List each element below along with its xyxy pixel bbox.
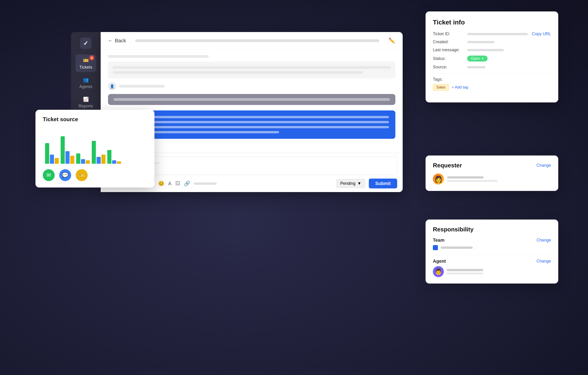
- edit-icon[interactable]: ✏️: [388, 38, 395, 44]
- chart-area: [45, 127, 121, 164]
- agents-label: Agents: [79, 84, 92, 89]
- sidebar-item-tickets[interactable]: 4 🎫 Tickets: [75, 54, 96, 72]
- copy-url-button[interactable]: Copy URL: [532, 31, 551, 36]
- last-message-label: Last message:: [433, 48, 465, 52]
- agent-section-header: Agent Change: [433, 259, 551, 264]
- message-avatar: 👤: [108, 82, 116, 90]
- back-label: Back: [115, 38, 126, 44]
- last-message-value: [467, 49, 504, 51]
- chart-panel: Ticket source: [35, 110, 154, 187]
- agents-icon: 👥: [82, 76, 89, 83]
- main-header: ← Back ✏️: [101, 32, 403, 50]
- requester-name: [447, 176, 484, 179]
- tags-label: Tags:: [433, 77, 551, 82]
- bar-4-green: [92, 141, 96, 164]
- last-message-row: Last message:: [433, 48, 551, 52]
- reports-icon: 📈: [82, 96, 89, 103]
- requester-user-row: 👩: [433, 173, 551, 184]
- status-dropdown[interactable]: Pending ▼: [336, 179, 365, 188]
- submit-button[interactable]: Submit: [369, 179, 397, 188]
- tags-row: Sales + Add tag: [433, 84, 551, 91]
- source-row: Source:: [433, 65, 551, 70]
- message-header: 👤: [108, 82, 395, 90]
- team-section-header: Team Change: [433, 238, 551, 243]
- requester-title: Requester: [433, 162, 462, 169]
- status-chevron-icon: ▼: [481, 57, 484, 60]
- bar-group-3: [76, 153, 90, 164]
- bar-2-yellow: [70, 156, 74, 164]
- ticket-info-panel: Ticket info Ticket ID: Copy URL Created:…: [426, 11, 558, 102]
- back-button[interactable]: ← Back: [108, 38, 126, 44]
- sidebar-item-agents[interactable]: 👥 Agents: [75, 74, 96, 91]
- sender-line: [119, 85, 165, 88]
- status-badge[interactable]: Open ▼: [467, 56, 488, 61]
- emoji-icon[interactable]: 😊: [158, 181, 164, 187]
- requester-info: [447, 176, 497, 182]
- created-label: Created:: [433, 40, 465, 44]
- legend-email-icon[interactable]: ✉: [43, 169, 55, 181]
- logo-icon: ✓: [83, 40, 88, 47]
- tickets-label: Tickets: [79, 65, 92, 70]
- font-icon[interactable]: A: [168, 181, 172, 187]
- content-block: [108, 61, 395, 78]
- gray-msg-line-1: [114, 98, 390, 101]
- reports-label: Reports: [78, 104, 93, 109]
- blue-msg-line-2: [114, 121, 389, 123]
- team-row: Team Change: [433, 238, 551, 250]
- agent-label: Agent: [433, 259, 446, 264]
- bar-group-5: [107, 150, 121, 164]
- image-icon[interactable]: 🖼: [175, 181, 180, 187]
- bar-group-1: [45, 143, 59, 164]
- agent-email: [447, 273, 483, 274]
- bar-3-blue: [81, 159, 85, 164]
- bar-2-green: [61, 136, 65, 164]
- bar-3-green: [76, 153, 80, 164]
- chart-wrapper: [43, 127, 147, 169]
- chart-legend: ✉ 💬 🎫: [43, 169, 147, 181]
- legend-ticket-icon[interactable]: 🎫: [76, 169, 88, 181]
- tag-sales[interactable]: Sales: [433, 84, 449, 91]
- sidebar-item-reports[interactable]: 📈 Reports: [75, 93, 96, 111]
- bar-4-yellow: [101, 155, 105, 164]
- ticket-id-value: [467, 33, 528, 35]
- dropdown-chevron-icon: ▼: [357, 181, 361, 186]
- agent-name: [447, 269, 483, 271]
- ticket-id-label: Ticket ID:: [433, 31, 465, 36]
- requester-panel: Requester Change 👩: [426, 155, 558, 191]
- toolbar-spacer-bar: [194, 182, 217, 185]
- status-label: Status:: [433, 56, 465, 61]
- status-row: Status: Open ▼: [433, 56, 551, 61]
- requester-change-button[interactable]: Change: [536, 163, 551, 168]
- gray-message-block: [108, 94, 395, 105]
- bar-group-4: [92, 141, 105, 164]
- divider-1: [433, 73, 551, 73]
- bar-2-blue: [65, 151, 70, 164]
- source-label: Source:: [433, 65, 465, 70]
- responsibility-title: Responsibility: [433, 226, 474, 233]
- blue-msg-line-1: [114, 116, 389, 118]
- responsibility-panel: Responsibility Team Change Agent Change …: [426, 220, 558, 284]
- bar-group-2: [61, 136, 74, 164]
- bar-1-blue: [50, 155, 54, 164]
- bar-1-yellow: [55, 158, 59, 164]
- ticket-title-bar: [135, 39, 379, 42]
- requester-header: Requester Change: [433, 162, 551, 169]
- agent-user-info: [447, 269, 483, 274]
- content-line-2: [113, 66, 391, 69]
- requester-email: [447, 180, 497, 182]
- back-arrow-icon: ←: [108, 38, 113, 44]
- sidebar-logo[interactable]: ✓: [80, 38, 92, 49]
- tickets-icon: 🎫: [82, 57, 89, 64]
- team-change-button[interactable]: Change: [536, 238, 551, 243]
- ticket-info-title: Ticket info: [433, 19, 551, 26]
- bar-3-yellow: [86, 160, 90, 164]
- blue-msg-line-3: [114, 126, 389, 128]
- legend-chat-icon[interactable]: 💬: [59, 169, 71, 181]
- add-tag-button[interactable]: + Add tag: [452, 85, 468, 90]
- bar-5-blue: [112, 160, 116, 164]
- created-row: Created:: [433, 40, 551, 44]
- agent-change-button[interactable]: Change: [536, 259, 551, 264]
- link-icon[interactable]: 🔗: [184, 181, 190, 187]
- agent-avatar: 👨: [433, 266, 444, 277]
- chart-title: Ticket source: [43, 116, 147, 122]
